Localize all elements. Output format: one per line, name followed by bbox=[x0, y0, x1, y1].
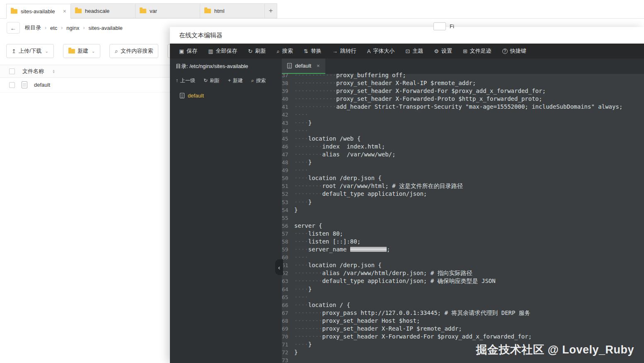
code-text: ········proxy_set_header Host $host; bbox=[294, 317, 420, 325]
whitespace-dots: ···· bbox=[294, 159, 308, 166]
line-number: 47 bbox=[282, 151, 294, 158]
file-icon bbox=[287, 63, 292, 68]
editor-tool-file-footprint[interactable]: ⊞文件足迹 bbox=[458, 44, 497, 58]
editor-tool-refresh[interactable]: ↻刷新 bbox=[243, 44, 271, 58]
code-line: 49···· bbox=[282, 166, 644, 174]
code-text: ········root /var/www/html; # 这是文件所在的目录路… bbox=[294, 182, 463, 190]
code-text: ···· bbox=[294, 127, 308, 135]
code-line: 38············proxy_set_header X-Real-IP… bbox=[282, 79, 644, 87]
whitespace-dots: ···· bbox=[294, 286, 308, 292]
editor-tool-save-all[interactable]: ▥全部保存 bbox=[203, 44, 242, 58]
code-line: 50····location /derp.json { bbox=[282, 174, 644, 182]
breadcrumb-items: 根目录›etc›nginx›sites-available bbox=[25, 24, 123, 32]
editor-header: 在线文本编辑器 bbox=[170, 27, 644, 44]
line-number: 71 bbox=[282, 341, 294, 348]
editor-tool-shortcut-keys[interactable]: ?快捷键 bbox=[497, 44, 532, 58]
whitespace-dots: ···· bbox=[294, 175, 308, 181]
content-search-label: 文件内容搜索 bbox=[121, 47, 153, 55]
close-icon[interactable]: × bbox=[317, 63, 320, 69]
code-line: 48····} bbox=[282, 158, 644, 166]
code-text: ········default_type application/json; #… bbox=[294, 277, 496, 285]
obscured-control bbox=[433, 22, 446, 30]
code-line: 60···· bbox=[282, 253, 644, 261]
code-text: ····} bbox=[294, 158, 312, 166]
breadcrumb-item[interactable]: etc bbox=[50, 25, 57, 31]
select-all-checkbox[interactable] bbox=[9, 68, 15, 74]
search-icon: ⌕ bbox=[277, 49, 280, 54]
refresh-icon: ↻ bbox=[248, 49, 253, 54]
whitespace-dots: ···· bbox=[294, 230, 308, 237]
line-number: 61 bbox=[282, 261, 294, 269]
back-button[interactable]: ← bbox=[7, 22, 20, 34]
code-line: 66····location / { bbox=[282, 301, 644, 309]
code-text: ····listen 80; bbox=[294, 230, 343, 238]
file-name: default bbox=[34, 82, 50, 88]
fm-tab-sites-available[interactable]: sites-available× bbox=[6, 4, 71, 19]
sidebar-action-new-file[interactable]: +新建 bbox=[228, 77, 243, 84]
whitespace-dots: ···· bbox=[294, 246, 308, 253]
whitespace-dots: ············ bbox=[294, 72, 336, 78]
code-line: 41············add_header Strict-Transpor… bbox=[282, 103, 644, 111]
editor-tool-font-size[interactable]: A字体大小 bbox=[362, 44, 400, 58]
whitespace-dots: ········ bbox=[294, 183, 322, 189]
code-line: 67········proxy_pass http://127.0.0.1:33… bbox=[282, 309, 644, 317]
editor-tool-theme[interactable]: ⊡主题 bbox=[400, 44, 429, 58]
line-number: 57 bbox=[282, 230, 294, 238]
code-text: ············proxy_set_header X-Forwarded… bbox=[294, 87, 546, 95]
code-line: 63········default_type application/json;… bbox=[282, 277, 644, 285]
code-line: 52········default_type application/json; bbox=[282, 190, 644, 198]
breadcrumb-item[interactable]: nginx bbox=[66, 25, 79, 31]
new-file-icon: + bbox=[228, 78, 231, 83]
line-number: 69 bbox=[282, 325, 294, 333]
fm-tab-var[interactable]: var bbox=[136, 3, 200, 18]
line-number: 46 bbox=[282, 143, 294, 151]
code-line: 46········index index.html; bbox=[282, 143, 644, 151]
code-line: 45····location /web { bbox=[282, 135, 644, 143]
fm-tab-headscale[interactable]: headscale bbox=[71, 3, 136, 18]
line-number: 42 bbox=[282, 111, 294, 119]
code-text: ············proxy_set_header X-Real-IP $… bbox=[294, 79, 476, 87]
editor-tool-replace[interactable]: ⇅替换 bbox=[298, 44, 327, 58]
breadcrumb-item[interactable]: sites-available bbox=[88, 25, 122, 31]
fm-tab-html[interactable]: html bbox=[200, 3, 265, 18]
line-number: 51 bbox=[282, 182, 294, 190]
code-line: 73 bbox=[282, 356, 644, 363]
fm-tab-strip: sites-available×headscalevarhtml + bbox=[0, 0, 644, 19]
code-text: ····location /web { bbox=[294, 135, 361, 143]
line-number: 50 bbox=[282, 174, 294, 182]
whitespace-dots: ···· bbox=[294, 199, 308, 205]
sidebar-action-up-level[interactable]: ↑上一级 bbox=[176, 77, 195, 84]
whitespace-dots: ···· bbox=[294, 341, 308, 348]
content-search-button[interactable]: ⌕ 文件内容搜索 bbox=[109, 44, 158, 58]
sort-icon[interactable]: ▲ ▼ bbox=[52, 69, 55, 73]
editor-tool-save[interactable]: ▣保存 bbox=[174, 44, 203, 58]
save-all-icon: ▥ bbox=[208, 49, 213, 54]
code-line: 39············proxy_set_header X-Forward… bbox=[282, 87, 644, 95]
row-checkbox[interactable] bbox=[9, 82, 15, 88]
sidebar-action-refresh[interactable]: ↻刷新 bbox=[203, 77, 220, 84]
new-button[interactable]: 新建 ⌄ bbox=[63, 44, 100, 58]
new-tab-button[interactable]: + bbox=[265, 3, 277, 18]
tree-file-default[interactable]: default bbox=[170, 90, 282, 101]
code-editor[interactable]: 37············proxy_buffering off;38····… bbox=[282, 71, 644, 363]
editor-tool-label: 保存 bbox=[186, 47, 197, 55]
sidebar-action-search[interactable]: ⌕搜索 bbox=[251, 77, 266, 84]
editor-tool-goto-line[interactable]: →跳转行 bbox=[327, 44, 362, 58]
whitespace-dots: ········ bbox=[294, 190, 322, 197]
sidebar-collapse-handle[interactable]: ‹ bbox=[275, 259, 283, 275]
editor-tool-search[interactable]: ⌕搜索 bbox=[271, 44, 298, 58]
file-icon bbox=[22, 81, 27, 88]
directory-path: 目录: /etc/nginx/sites-available bbox=[170, 58, 282, 74]
whitespace-dots: ···· bbox=[294, 302, 308, 308]
code-line: 40············proxy_set_header X-Forward… bbox=[282, 95, 644, 103]
file-name-header[interactable]: 文件名称 bbox=[22, 68, 44, 75]
code-line: 55 bbox=[282, 214, 644, 222]
whitespace-dots: ···· bbox=[294, 254, 308, 261]
replace-icon: ⇅ bbox=[304, 49, 308, 54]
editor-tool-settings-gear[interactable]: ⚙设置 bbox=[429, 44, 458, 58]
tab-close-icon[interactable]: × bbox=[63, 8, 66, 15]
upload-download-button[interactable]: ↥ 上传/下载 ⌄ bbox=[6, 44, 54, 58]
editor-main: default × 37············proxy_buffering … bbox=[282, 58, 644, 363]
whitespace-dots: ···· bbox=[294, 167, 308, 173]
breadcrumb-item[interactable]: 根目录 bbox=[25, 24, 41, 32]
